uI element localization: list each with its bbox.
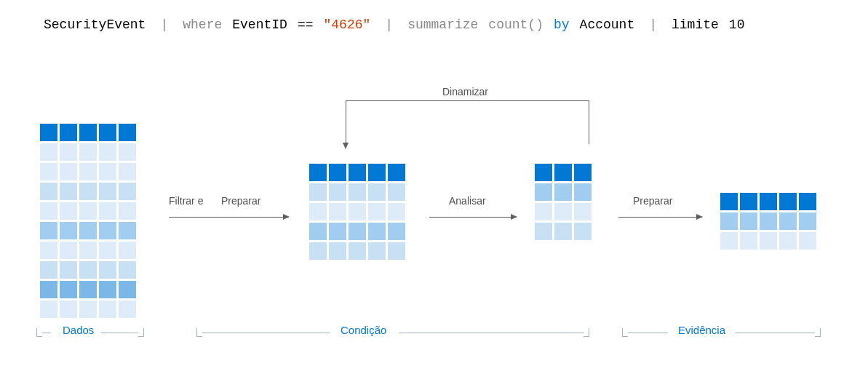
grid-row	[535, 203, 592, 220]
kql-where-field: EventID	[232, 17, 287, 32]
grid-row	[309, 203, 405, 220]
grid-row	[40, 202, 136, 220]
grid-row	[309, 223, 405, 240]
grid-cell	[329, 203, 346, 220]
grid-cell	[99, 301, 116, 318]
grid-cell	[79, 222, 97, 239]
grid-cell	[349, 203, 366, 220]
data-grid-dados	[40, 124, 136, 318]
arrow-right-icon	[618, 217, 702, 218]
grid-cell	[349, 164, 366, 181]
pivot-bracket	[346, 100, 589, 144]
kql-where-value: "4626"	[324, 17, 371, 32]
analyze-label: Analisar	[449, 195, 486, 207]
grid-cell	[368, 183, 386, 201]
grid-cell	[720, 232, 738, 250]
grid-cell	[740, 212, 757, 230]
pipe-icon: |	[381, 17, 397, 32]
grid-cell	[40, 183, 57, 200]
grid-cell	[60, 163, 77, 180]
arrow-right-icon	[429, 217, 517, 218]
grid-cell	[40, 124, 57, 141]
grid-cell	[119, 281, 136, 298]
grid-cell	[99, 261, 116, 279]
grid-cell	[79, 242, 97, 259]
grid-cell	[40, 202, 57, 220]
grid-cell	[388, 164, 405, 181]
grid-cell	[99, 242, 116, 259]
grid-row	[40, 281, 136, 298]
grid-row	[40, 143, 136, 161]
grid-cell	[574, 183, 592, 201]
grid-cell	[554, 203, 572, 220]
kql-summarize-kw: summarize	[407, 17, 478, 32]
grid-row	[309, 183, 405, 201]
grid-cell	[574, 223, 592, 240]
kql-table: SecurityEvent	[44, 17, 146, 32]
grid-cell	[119, 242, 136, 259]
grid-cell	[740, 193, 757, 210]
grid-cell	[99, 163, 116, 180]
grid-cell	[60, 261, 77, 279]
grid-cell	[309, 183, 327, 201]
grid-cell	[554, 223, 572, 240]
grid-cell	[119, 222, 136, 239]
grid-row	[40, 124, 136, 141]
grid-row	[535, 183, 592, 201]
grid-cell	[740, 232, 757, 250]
grid-cell	[368, 164, 386, 181]
grid-cell	[329, 164, 346, 181]
grid-cell	[99, 202, 116, 220]
prepare2-label: Preparar	[633, 195, 672, 207]
grid-cell	[40, 163, 57, 180]
grid-cell	[60, 124, 77, 141]
grid-cell	[40, 261, 57, 279]
grid-row	[40, 183, 136, 200]
pipe-icon: |	[156, 17, 172, 32]
grid-row	[40, 261, 136, 279]
kql-by-kw: by	[554, 17, 570, 32]
grid-cell	[368, 223, 386, 240]
grid-cell	[309, 223, 327, 240]
grid-cell	[554, 164, 572, 181]
grid-cell	[720, 193, 738, 210]
grid-cell	[349, 223, 366, 240]
kql-limit-kw: limite	[672, 17, 719, 32]
grid-cell	[40, 242, 57, 259]
bracket-right-icon	[138, 328, 144, 337]
grid-cell	[779, 212, 797, 230]
pipe-icon: |	[645, 17, 661, 32]
grid-cell	[799, 193, 816, 210]
kql-summarize-fn: count()	[488, 17, 544, 32]
section-labels: Dados Condição Evidência	[0, 322, 868, 344]
grid-cell	[535, 223, 552, 240]
kql-where-kw: where	[183, 17, 222, 32]
grid-cell	[99, 222, 116, 239]
grid-cell	[535, 183, 552, 201]
grid-cell	[388, 183, 405, 201]
grid-cell	[388, 203, 405, 220]
arrowhead-down-icon	[343, 143, 349, 149]
kql-by-field: Account	[580, 17, 635, 32]
grid-cell	[60, 242, 77, 259]
diagram-stage: Dinamizar Filtrar e Preparar Analisar Pr…	[0, 109, 868, 313]
section-divider	[202, 333, 330, 333]
grid-row	[309, 164, 405, 181]
grid-row	[535, 223, 592, 240]
grid-cell	[119, 183, 136, 200]
grid-cell	[40, 281, 57, 298]
pivot-label: Dinamizar	[442, 86, 488, 98]
grid-cell	[60, 222, 77, 239]
grid-cell	[40, 301, 57, 318]
grid-cell	[799, 232, 816, 250]
grid-cell	[760, 193, 777, 210]
grid-cell	[309, 164, 327, 181]
grid-cell	[99, 124, 116, 141]
grid-cell	[349, 242, 366, 260]
grid-cell	[79, 202, 97, 220]
section-divider	[100, 333, 138, 333]
bracket-right-icon	[815, 328, 821, 337]
grid-row	[720, 212, 816, 230]
grid-cell	[60, 143, 77, 161]
grid-row	[40, 163, 136, 180]
